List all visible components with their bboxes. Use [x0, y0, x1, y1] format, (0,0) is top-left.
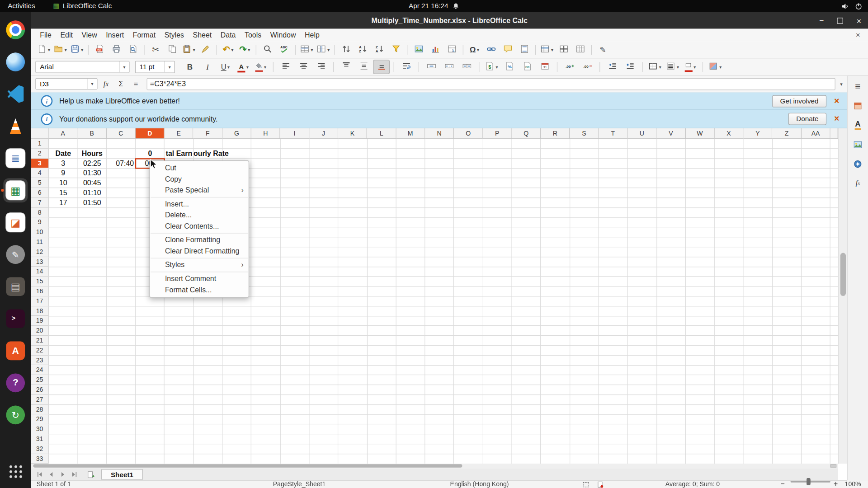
cell-E2[interactable]: tal Earn — [165, 149, 193, 159]
sort-ascending-button[interactable]: AZ — [354, 42, 371, 57]
insert-image-button[interactable] — [410, 42, 427, 57]
chevron-down-icon[interactable]: ▾ — [551, 47, 553, 52]
context-menu-item-copy[interactable]: Copy — [150, 174, 249, 184]
context-menu-item-clear-direct-formatting[interactable]: Clear Direct Formatting — [150, 246, 249, 257]
context-menu-item-format-cells[interactable]: Format Cells... — [150, 284, 249, 295]
column-header-E[interactable]: E — [165, 128, 193, 139]
copy-button[interactable] — [164, 42, 180, 57]
find-and-replace-button[interactable] — [259, 42, 276, 57]
column-header-I[interactable]: I — [280, 128, 309, 139]
functions-sidebar-icon[interactable]: fx — [850, 176, 865, 190]
row-header-7[interactable]: 7 — [31, 198, 49, 208]
row-header-14[interactable]: 14 — [31, 267, 49, 277]
formula-input[interactable] — [146, 78, 835, 90]
cell-A2[interactable]: Date — [49, 149, 78, 159]
cell-A4[interactable]: 9 — [49, 169, 78, 178]
align-center-button[interactable] — [295, 60, 312, 74]
column-header-F[interactable]: F — [193, 128, 222, 139]
column-header-Q[interactable]: Q — [512, 128, 541, 139]
unmerge-cells-button[interactable] — [458, 60, 475, 74]
column-header-M[interactable]: M — [396, 128, 425, 139]
decrease-indent-button[interactable] — [622, 60, 638, 74]
insert-comment-button[interactable] — [499, 42, 516, 57]
delete-decimal-place-button[interactable]: .00 — [579, 60, 596, 74]
horizontal-scrollbar[interactable] — [31, 464, 838, 469]
format-as-date-button[interactable]: 31 — [537, 60, 553, 74]
column-header-D[interactable]: D — [136, 128, 165, 139]
add-decimal-place-button[interactable]: .00 — [561, 60, 578, 74]
row-header-11[interactable]: 11 — [31, 237, 49, 247]
chevron-down-icon[interactable]: ▾ — [693, 65, 696, 70]
menu-edit[interactable]: Edit — [56, 29, 77, 42]
cell-B2[interactable]: Hours — [78, 149, 107, 159]
chevron-down-icon[interactable]: ▾ — [264, 65, 266, 70]
align-top-button[interactable] — [338, 60, 354, 74]
row-header-32[interactable]: 32 — [31, 444, 49, 454]
row-header-12[interactable]: 12 — [31, 247, 49, 257]
chevron-down-icon[interactable]: ▾ — [246, 65, 249, 70]
zoom-slider-thumb[interactable] — [807, 478, 811, 485]
increase-indent-button[interactable] — [604, 60, 621, 74]
row-header-16[interactable]: 16 — [31, 286, 49, 296]
gimp-dock-icon[interactable]: ✎ — [3, 242, 28, 267]
column-header-S[interactable]: S — [570, 128, 599, 139]
formula-button[interactable]: = — [130, 78, 142, 90]
cell-B3[interactable]: 02:25 — [78, 159, 107, 169]
sheet-tab-sheet1[interactable]: Sheet1 — [101, 469, 143, 479]
column-header-W[interactable]: W — [686, 128, 715, 139]
menu-data[interactable]: Data — [216, 29, 240, 42]
first-sheet-button[interactable] — [34, 470, 45, 479]
column-header-O[interactable]: O — [454, 128, 483, 139]
add-sheet-button[interactable] — [85, 470, 96, 479]
cut-button[interactable]: ✂ — [147, 42, 164, 57]
row-header-30[interactable]: 30 — [31, 424, 49, 434]
row-header-29[interactable]: 29 — [31, 415, 49, 425]
close-document-icon[interactable]: × — [856, 29, 860, 42]
format-as-number-button[interactable]: 00 — [519, 60, 535, 74]
column-header-G[interactable]: G — [222, 128, 251, 139]
borders-button[interactable]: ▾ — [646, 60, 663, 74]
align-right-button[interactable] — [313, 60, 330, 74]
chevron-down-icon[interactable]: ▾ — [231, 47, 233, 52]
row-header-10[interactable]: 10 — [31, 227, 49, 237]
new-button[interactable]: ▾ — [35, 42, 52, 57]
headers-and-footers-button[interactable] — [516, 42, 533, 57]
chevron-down-icon[interactable]: ▾ — [227, 65, 230, 70]
chevron-down-icon[interactable]: ▾ — [65, 47, 67, 52]
row-header-13[interactable]: 13 — [31, 257, 49, 267]
font-name-combo[interactable]: Arial ▾ — [35, 61, 129, 73]
align-left-button[interactable] — [277, 60, 294, 74]
sidebar-settings-sidebar-icon[interactable]: ≡ — [850, 79, 865, 94]
undo-button[interactable]: ↶▾ — [220, 42, 236, 57]
language-indicator[interactable]: English (Hong Kong) — [450, 481, 509, 488]
zoom-level[interactable]: 100% — [845, 481, 861, 488]
column-header-Z[interactable]: Z — [773, 128, 802, 139]
row-header-24[interactable]: 24 — [31, 366, 49, 375]
chrome-dock-icon[interactable] — [3, 18, 28, 42]
zoom-slider[interactable] — [791, 481, 830, 483]
window-titlebar[interactable]: Multiply_Time_Number.xlsx - LibreOffice … — [31, 12, 868, 29]
row-header-15[interactable]: 15 — [31, 277, 49, 286]
menu-tools[interactable]: Tools — [240, 29, 266, 42]
column-header-B[interactable]: B — [78, 128, 107, 139]
freeze-rows-and-columns-button[interactable]: ▾ — [538, 42, 555, 57]
column-button[interactable]: ▾ — [315, 42, 332, 57]
show-draw-functions-button[interactable]: ✎ — [594, 42, 611, 57]
chevron-down-icon[interactable]: ▾ — [496, 65, 498, 70]
chevron-down-icon[interactable]: ▾ — [119, 61, 129, 72]
context-menu-item-delete[interactable]: Delete... — [150, 210, 249, 221]
zoom-in-icon[interactable]: + — [834, 480, 838, 488]
row-header-31[interactable]: 31 — [31, 434, 49, 444]
chevron-down-icon[interactable]: ▾ — [327, 47, 330, 52]
menu-sheet[interactable]: Sheet — [189, 29, 216, 42]
cell-A6[interactable]: 15 — [49, 188, 78, 198]
border-color-button[interactable]: ▾ — [682, 60, 699, 74]
column-header-A[interactable]: A — [49, 128, 78, 139]
column-header-P[interactable]: P — [483, 128, 512, 139]
context-menu-item-styles[interactable]: Styles› — [150, 259, 249, 270]
vertical-scrollbar[interactable] — [838, 128, 847, 464]
format-as-percent-button[interactable]: % — [501, 60, 518, 74]
selection-stats[interactable]: Average: 0; Sum: 0 — [665, 481, 720, 488]
row-header-22[interactable]: 22 — [31, 346, 49, 356]
chevron-down-icon[interactable]: ▾ — [48, 47, 50, 52]
